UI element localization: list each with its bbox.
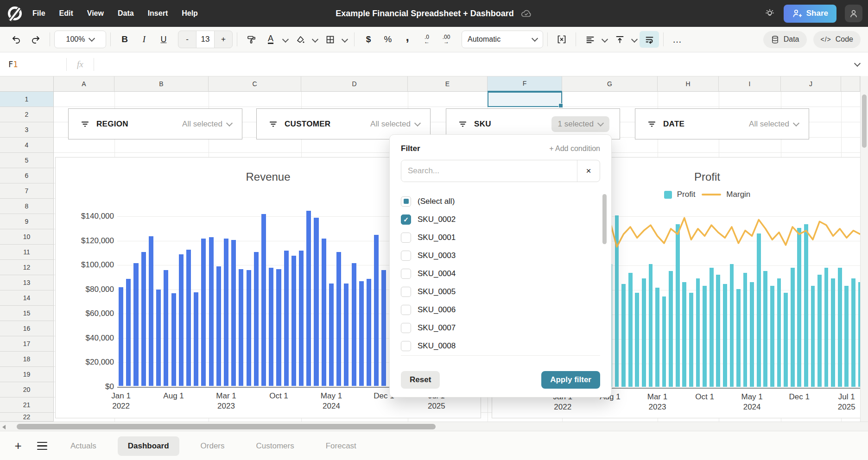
horizontal-align-button[interactable]: [580, 31, 600, 48]
underline-button[interactable]: U: [154, 31, 173, 48]
sheet-tab-dashboard[interactable]: Dashboard: [118, 436, 179, 456]
filter-option-sku_0002[interactable]: SKU_0002: [401, 210, 600, 228]
more-tools-button[interactable]: …: [668, 31, 687, 48]
column-header-A[interactable]: A: [54, 76, 114, 92]
filter-option-sku_0006[interactable]: SKU_0006: [401, 301, 600, 319]
column-header-C[interactable]: C: [209, 76, 301, 92]
document-title[interactable]: Example Financial Spreadsheet + Dashboar…: [336, 9, 514, 19]
code-panel-button[interactable]: </> Code: [813, 31, 861, 48]
vertical-scrollbar-thumb[interactable]: [862, 95, 867, 148]
menu-view[interactable]: View: [87, 9, 104, 18]
currency-format-button[interactable]: $: [359, 31, 378, 48]
undo-button[interactable]: [6, 31, 26, 48]
font-size-decrease[interactable]: -: [178, 31, 196, 48]
checkbox-unchecked[interactable]: [401, 305, 411, 315]
popup-scrollbar-thumb[interactable]: [602, 194, 607, 244]
filter-option-sku_0003[interactable]: SKU_0003: [401, 246, 600, 265]
fill-color-button[interactable]: [291, 31, 310, 48]
font-size-value[interactable]: 13: [196, 31, 215, 48]
merge-cells-button[interactable]: [552, 31, 571, 48]
formula-bar-expand-icon[interactable]: [854, 60, 861, 66]
decrease-decimal-button[interactable]: .0←: [417, 31, 437, 48]
row-header-16[interactable]: 16: [0, 321, 54, 336]
filter-option-sku_0004[interactable]: SKU_0004: [401, 265, 600, 283]
menu-data[interactable]: Data: [118, 9, 134, 18]
checkbox-indeterminate[interactable]: [401, 196, 411, 207]
filter-search-input[interactable]: [401, 160, 577, 182]
text-color-button[interactable]: A: [261, 31, 280, 48]
text-color-chevron-icon[interactable]: [282, 36, 289, 43]
borders-chevron-icon[interactable]: [342, 36, 348, 43]
filter-option-sku_0007[interactable]: SKU_0007: [401, 319, 600, 337]
checkbox-unchecked[interactable]: [401, 233, 411, 243]
bold-button[interactable]: B: [115, 31, 134, 48]
paint-format-button[interactable]: [241, 31, 261, 48]
row-header-15[interactable]: 15: [0, 306, 54, 321]
column-header-H[interactable]: H: [658, 76, 719, 92]
menu-insert[interactable]: Insert: [148, 9, 168, 18]
row-header-1[interactable]: 1: [0, 92, 54, 107]
vertical-scrollbar[interactable]: [860, 76, 868, 422]
apply-filter-button[interactable]: Apply filter: [541, 371, 600, 389]
redo-button[interactable]: [26, 31, 45, 48]
row-header-17[interactable]: 17: [0, 336, 54, 352]
checkbox-unchecked[interactable]: [401, 323, 411, 333]
row-header-19[interactable]: 19: [0, 367, 54, 382]
row-header-4[interactable]: 4: [0, 138, 54, 153]
zoom-select[interactable]: 100%: [54, 31, 106, 48]
column-header-D[interactable]: D: [301, 76, 408, 92]
filter-chip-value[interactable]: All selected: [370, 120, 420, 129]
font-size-increase[interactable]: +: [215, 31, 232, 48]
row-header-8[interactable]: 8: [0, 199, 54, 214]
add-sheet-button[interactable]: +: [10, 439, 26, 453]
sheet-tab-actuals[interactable]: Actuals: [60, 436, 107, 456]
row-header-11[interactable]: 11: [0, 245, 54, 260]
cell-reference-box[interactable]: F1: [0, 60, 66, 69]
checkbox-unchecked[interactable]: [401, 287, 411, 297]
column-header-F[interactable]: F: [488, 76, 562, 92]
percent-format-button[interactable]: %: [378, 31, 398, 48]
fill-color-chevron-icon[interactable]: [312, 36, 318, 43]
row-header-7[interactable]: 7: [0, 183, 54, 199]
filter-chip-region[interactable]: REGIONAll selected: [68, 108, 242, 139]
horizontal-scrollbar[interactable]: [0, 422, 868, 431]
increase-decimal-button[interactable]: .00→: [437, 31, 456, 48]
number-format-select[interactable]: Automatic: [462, 31, 543, 48]
checkbox-unchecked[interactable]: [401, 269, 411, 279]
row-header-13[interactable]: 13: [0, 275, 54, 290]
account-avatar-button[interactable]: [845, 5, 862, 22]
row-header-12[interactable]: 12: [0, 260, 54, 275]
horizontal-scrollbar-thumb[interactable]: [17, 424, 436, 429]
reset-button[interactable]: Reset: [401, 371, 440, 389]
menu-file[interactable]: File: [32, 9, 45, 18]
text-wrap-button[interactable]: [640, 31, 659, 48]
vertical-align-chevron-icon[interactable]: [631, 36, 638, 43]
lightbulb-icon[interactable]: [764, 8, 775, 19]
filter-option-selectall[interactable]: (Select all): [401, 192, 600, 210]
sheet-tab-customers[interactable]: Customers: [246, 436, 304, 456]
scroll-left-arrow-icon[interactable]: [2, 425, 6, 429]
column-header-B[interactable]: B: [114, 76, 209, 92]
grid-corner-cell[interactable]: [0, 76, 54, 92]
vertical-align-button[interactable]: [610, 31, 629, 48]
row-header-6[interactable]: 6: [0, 168, 54, 183]
filter-chip-value[interactable]: All selected: [749, 120, 798, 129]
comma-format-button[interactable]: ,: [398, 28, 417, 50]
checkbox-unchecked[interactable]: [401, 251, 411, 261]
checkbox-unchecked[interactable]: [401, 341, 411, 351]
row-header-20[interactable]: 20: [0, 382, 54, 397]
add-condition-button[interactable]: + Add condition: [549, 145, 600, 153]
app-logo-icon[interactable]: [7, 6, 22, 21]
row-header-3[interactable]: 3: [0, 122, 54, 138]
column-header-J[interactable]: J: [781, 76, 841, 92]
italic-button[interactable]: I: [134, 31, 154, 48]
row-header-14[interactable]: 14: [0, 290, 54, 306]
filter-option-sku_0005[interactable]: SKU_0005: [401, 283, 600, 301]
menu-help[interactable]: Help: [182, 9, 198, 18]
data-panel-button[interactable]: Data: [763, 31, 807, 48]
filter-option-sku_0008[interactable]: SKU_0008: [401, 337, 600, 355]
row-header-5[interactable]: 5: [0, 153, 54, 168]
fill-handle[interactable]: [558, 103, 563, 108]
column-header-G[interactable]: G: [562, 76, 658, 92]
column-header-E[interactable]: E: [408, 76, 488, 92]
